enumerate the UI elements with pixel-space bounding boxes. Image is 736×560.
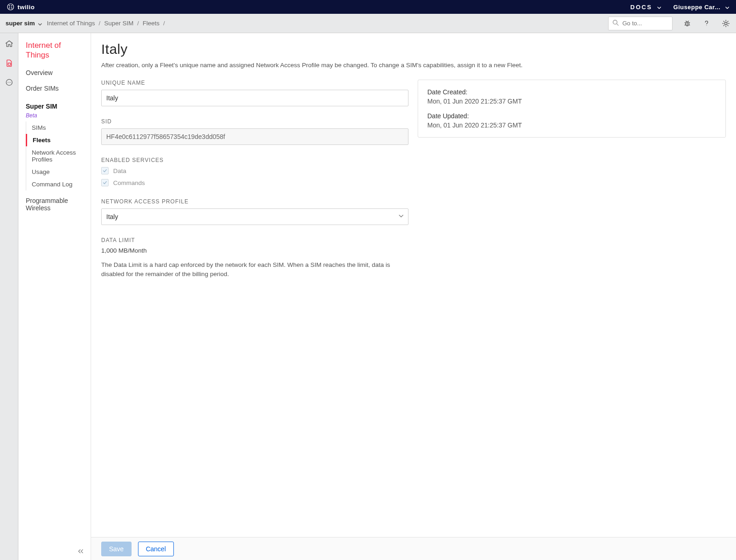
project-name: super sim (6, 20, 35, 27)
save-button[interactable]: Save (101, 542, 132, 556)
twilio-logo-icon (6, 3, 15, 11)
page-title: Italy (101, 41, 726, 57)
svg-point-3 (9, 7, 10, 8)
docs-menu[interactable]: DOCS (630, 4, 661, 11)
top-bar: twilio DOCS Giuseppe Car... (0, 0, 736, 14)
svg-line-11 (685, 24, 686, 25)
svg-point-20 (9, 82, 9, 82)
sid-value: HF4e0c6112977f58657354c19de3dd058f (101, 128, 408, 145)
cancel-button[interactable]: Cancel (138, 542, 174, 556)
svg-point-2 (11, 6, 12, 6)
svg-line-14 (688, 21, 688, 22)
svg-rect-17 (8, 63, 11, 65)
sidebar-subnav: SIMs Fleets Network Access Profiles Usag… (26, 121, 91, 191)
date-updated-label: Date Updated: (427, 112, 716, 120)
sidebar: Internet of Things Overview Order SIMs S… (18, 33, 91, 560)
checkbox-icon (101, 167, 109, 174)
search-field[interactable] (621, 19, 668, 27)
unique-name-input[interactable] (101, 90, 408, 106)
docs-label: DOCS (630, 4, 652, 11)
action-footer: Save Cancel (91, 537, 736, 560)
collapse-sidebar-icon[interactable] (78, 548, 86, 555)
svg-line-6 (617, 24, 619, 26)
breadcrumb-item[interactable]: Internet of Things (47, 20, 95, 27)
home-icon[interactable] (4, 39, 14, 49)
data-limit-value: 1,000 MB/Month (101, 247, 408, 254)
service-data-checkbox[interactable]: Data (101, 167, 408, 174)
breadcrumb-item[interactable]: Fleets (143, 20, 160, 27)
svg-line-10 (689, 23, 690, 23)
chevron-down-icon (657, 5, 661, 9)
service-commands-label: Commands (113, 179, 145, 186)
chevron-down-icon (725, 5, 730, 9)
breadcrumb-item[interactable]: Super SIM (104, 20, 133, 27)
metadata-card: Date Created: Mon, 01 Jun 2020 21:25:37 … (418, 80, 726, 138)
beta-badge: Beta (26, 112, 91, 119)
svg-point-21 (10, 82, 11, 82)
service-data-label: Data (113, 167, 126, 174)
more-icon[interactable] (4, 77, 14, 87)
sidebar-item-usage[interactable]: Usage (26, 166, 91, 178)
date-created-label: Date Created: (427, 88, 716, 96)
debug-icon[interactable] (683, 19, 692, 28)
enabled-services-label: ENABLED SERVICES (101, 157, 408, 163)
svg-point-15 (706, 25, 707, 25)
sidebar-title: Internet of Things (18, 40, 91, 65)
nap-select[interactable]: Italy (101, 208, 408, 225)
svg-point-0 (7, 4, 14, 10)
data-limit-help: The Data Limit is a hard cap enforced by… (101, 260, 400, 278)
sidebar-item-fleets[interactable]: Fleets (26, 134, 91, 146)
user-name: Giuseppe Car... (673, 4, 720, 11)
svg-point-16 (724, 22, 727, 24)
date-updated-value: Mon, 01 Jun 2020 21:25:37 GMT (427, 121, 716, 129)
svg-line-9 (685, 23, 686, 23)
icon-rail (0, 33, 18, 560)
sub-bar: super sim Internet of Things/ Super SIM/… (0, 14, 736, 33)
gear-icon[interactable] (721, 19, 730, 28)
sim-icon[interactable] (4, 58, 14, 68)
chevron-down-icon (38, 21, 42, 26)
date-created-value: Mon, 01 Jun 2020 21:25:37 GMT (427, 98, 716, 105)
chevron-down-icon (398, 214, 404, 220)
sidebar-item-programmable-wireless[interactable]: Programmable Wireless (18, 191, 91, 216)
sidebar-item-super-sim[interactable]: Super SIM (18, 96, 91, 114)
sid-label: SID (101, 118, 408, 125)
search-input[interactable] (608, 17, 673, 30)
checkbox-icon (101, 179, 109, 186)
sidebar-item-command-log[interactable]: Command Log (26, 178, 91, 191)
page-description: After creation, only a Fleet's unique na… (101, 62, 726, 69)
sidebar-item-order-sims[interactable]: Order SIMs (18, 81, 91, 96)
sidebar-item-sims[interactable]: SIMs (26, 121, 91, 134)
project-switcher[interactable]: super sim (6, 20, 42, 27)
search-icon (612, 19, 619, 27)
nap-label: NETWORK ACCESS PROFILE (101, 198, 408, 205)
help-icon[interactable] (702, 19, 711, 28)
sidebar-nav: Overview Order SIMs Super SIM Beta SIMs … (18, 65, 91, 216)
brand-name: twilio (17, 4, 35, 11)
svg-point-4 (11, 7, 12, 8)
svg-point-19 (7, 82, 8, 82)
breadcrumb: Internet of Things/ Super SIM/ Fleets/ (47, 20, 165, 27)
user-menu[interactable]: Giuseppe Car... (673, 4, 730, 11)
brand[interactable]: twilio (6, 3, 35, 11)
svg-line-13 (686, 21, 686, 22)
service-commands-checkbox[interactable]: Commands (101, 179, 408, 186)
data-limit-label: DATA LIMIT (101, 237, 408, 243)
unique-name-label: UNIQUE NAME (101, 80, 408, 86)
nap-value: Italy (101, 208, 408, 225)
svg-point-1 (9, 6, 10, 6)
sidebar-item-nap[interactable]: Network Access Profiles (26, 146, 91, 166)
svg-line-12 (689, 24, 690, 25)
sidebar-item-overview[interactable]: Overview (18, 65, 91, 81)
